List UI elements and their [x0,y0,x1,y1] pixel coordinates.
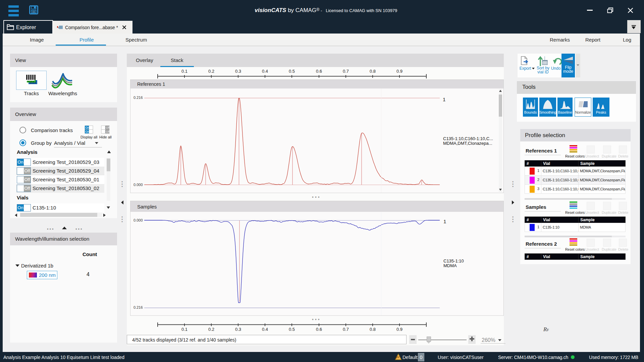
svg-text:0.8: 0.8 [370,69,376,74]
svg-text:Off: Off [106,126,110,129]
svg-text:0.2: 0.2 [208,69,214,74]
svg-text:0.1: 0.1 [181,69,187,74]
svg-text:On: On [86,130,90,133]
svg-text:0.4: 0.4 [262,69,268,74]
svg-text:0.3: 0.3 [235,69,241,74]
svg-text:On: On [86,126,90,129]
svg-text:Off: Off [106,130,110,133]
svg-text:0.2: 0.2 [208,327,214,332]
svg-text:0.7: 0.7 [343,69,349,74]
svg-text:0.7: 0.7 [343,327,349,332]
svg-text:0.1: 0.1 [181,327,187,332]
svg-text:0.6: 0.6 [316,69,322,74]
svg-text:0.9: 0.9 [396,69,402,74]
svg-text:0.8: 0.8 [370,327,376,332]
svg-text:0.6: 0.6 [316,327,322,332]
svg-text:0.5: 0.5 [289,69,295,74]
svg-text:0.4: 0.4 [262,327,268,332]
svg-text:0.5: 0.5 [289,327,295,332]
svg-text:0.3: 0.3 [235,327,241,332]
svg-text:0.9: 0.9 [396,327,402,332]
